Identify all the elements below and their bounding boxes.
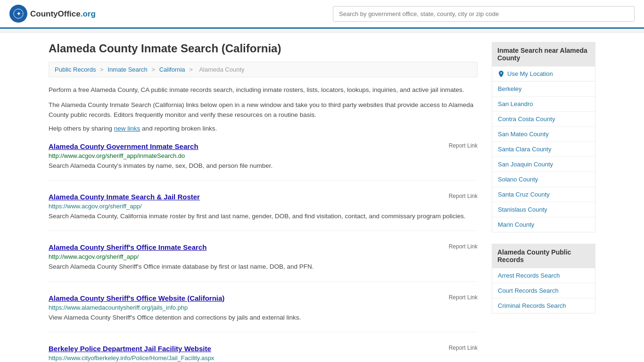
svg-text:✦: ✦	[17, 11, 21, 16]
result-desc-0: Search Alameda County's inmates by name,…	[49, 161, 478, 171]
sidebar-item-marin: Marin County	[492, 217, 595, 232]
sidebar-records-list: Arrest Records Search Court Records Sear…	[492, 268, 595, 313]
result-item-3: Alameda County Sheriff's Office Website …	[49, 294, 478, 332]
result-title-0[interactable]: Alameda County Government Inmate Search	[49, 142, 198, 150]
sidebar-item-criminal: Criminal Records Search	[492, 298, 595, 313]
description-1: Perform a free Alameda County, CA public…	[49, 85, 478, 95]
sidebar-item-san-joaquin: San Joaquin County	[492, 157, 595, 172]
sidebar-link-san-mateo[interactable]: San Mateo County	[492, 127, 595, 141]
result-url-1[interactable]: https://www.acgov.org/sheriff_app/	[49, 203, 478, 210]
report-link-3[interactable]: Report Link	[449, 294, 478, 301]
result-title-3[interactable]: Alameda County Sheriff's Office Website …	[49, 294, 224, 302]
logo-org-text: .org	[81, 9, 96, 18]
sidebar-section1-header: Inmate Search near Alameda County	[492, 42, 595, 66]
breadcrumb-california[interactable]: California	[159, 66, 185, 73]
result-header-0: Alameda County Government Inmate Search …	[49, 142, 478, 150]
report-link-1[interactable]: Report Link	[449, 193, 478, 199]
logo-icon: ✦	[9, 5, 27, 23]
result-title-2[interactable]: Alameda County Sheriff's Office Inmate S…	[49, 243, 206, 251]
result-title-1[interactable]: Alameda County Inmate Search & Jail Rost…	[49, 193, 200, 201]
report-link-0[interactable]: Report Link	[449, 142, 478, 149]
breadcrumb-inmate-search[interactable]: Inmate Search	[107, 66, 148, 73]
search-bar	[333, 6, 635, 22]
use-location-label: Use My Location	[507, 70, 553, 77]
sidebar-item-san-leandro: San Leandro	[492, 97, 595, 112]
result-item-2: Alameda County Sheriff's Office Inmate S…	[49, 243, 478, 281]
top-nav-bar	[0, 29, 644, 33]
sidebar-item-santa-cruz: Santa Cruz County	[492, 187, 595, 202]
result-url-2[interactable]: http://www.acgov.org/sheriff_app/	[49, 253, 478, 260]
location-icon	[498, 71, 504, 77]
sidebar-records-section: Alameda County Public Records Arrest Rec…	[492, 244, 595, 313]
sidebar-link-santa-clara[interactable]: Santa Clara County	[492, 142, 595, 156]
logo-text: CountyOffice.org	[30, 9, 96, 19]
result-header-2: Alameda County Sheriff's Office Inmate S…	[49, 243, 478, 251]
content-area: Alameda County Inmate Search (California…	[49, 42, 478, 362]
share-text: Help others by sharing	[49, 125, 114, 132]
sidebar-link-berkeley[interactable]: Berkeley	[492, 82, 595, 96]
sidebar-item-court: Court Records Search	[492, 283, 595, 298]
sidebar-link-san-joaquin[interactable]: San Joaquin County	[492, 157, 595, 172]
sidebar-link-san-leandro[interactable]: San Leandro	[492, 97, 595, 111]
sidebar-item-stanislaus: Stanislaus County	[492, 202, 595, 217]
sidebar-link-court[interactable]: Court Records Search	[492, 283, 595, 298]
report-link-4[interactable]: Report Link	[449, 345, 478, 351]
sidebar-item-san-mateo: San Mateo County	[492, 127, 595, 142]
page-title: Alameda County Inmate Search (California…	[49, 42, 478, 55]
sidebar-item-contra-costa: Contra Costa County	[492, 112, 595, 127]
sidebar-link-criminal[interactable]: Criminal Records Search	[492, 298, 595, 313]
sidebar-nearby-list: Berkeley San Leandro Contra Costa County…	[492, 82, 595, 232]
sidebar-link-stanislaus[interactable]: Stanislaus County	[492, 202, 595, 217]
report-link-2[interactable]: Report Link	[449, 243, 478, 250]
site-header: ✦ CountyOffice.org	[0, 0, 644, 29]
sidebar: Inmate Search near Alameda County Use My…	[492, 42, 595, 362]
main-container: Alameda County Inmate Search (California…	[39, 33, 605, 362]
result-title-4[interactable]: Berkeley Police Department Jail Facility…	[49, 345, 211, 353]
result-desc-2: Search Alameda County Sheriff's Office i…	[49, 262, 478, 272]
result-header-1: Alameda County Inmate Search & Jail Rost…	[49, 193, 478, 201]
result-item-4: Berkeley Police Department Jail Facility…	[49, 345, 478, 362]
use-my-location[interactable]: Use My Location	[492, 66, 595, 82]
share-line: Help others by sharing new links and rep…	[49, 125, 478, 132]
result-header-4: Berkeley Police Department Jail Facility…	[49, 345, 478, 353]
result-url-4[interactable]: https://www.cityofberkeley.info/Police/H…	[49, 354, 478, 362]
description-2: The Alameda County Inmate Search (Califo…	[49, 100, 478, 120]
sidebar-link-arrest[interactable]: Arrest Records Search	[492, 268, 595, 283]
sidebar-link-contra-costa[interactable]: Contra Costa County	[492, 112, 595, 126]
search-input[interactable]	[333, 6, 635, 22]
sidebar-item-arrest: Arrest Records Search	[492, 268, 595, 283]
sidebar-item-berkeley: Berkeley	[492, 82, 595, 97]
breadcrumb-current: Alameda County	[199, 66, 244, 73]
sidebar-section2-header: Alameda County Public Records	[492, 244, 595, 268]
result-item-1: Alameda County Inmate Search & Jail Rost…	[49, 193, 478, 231]
sidebar-link-marin[interactable]: Marin County	[492, 217, 595, 232]
result-item-0: Alameda County Government Inmate Search …	[49, 142, 478, 181]
breadcrumb-public-records[interactable]: Public Records	[55, 66, 96, 73]
sidebar-item-solano: Solano County	[492, 172, 595, 187]
share-suffix: and reporting broken links.	[140, 125, 217, 132]
breadcrumb: Public Records > Inmate Search > Califor…	[49, 62, 478, 77]
sidebar-item-santa-clara: Santa Clara County	[492, 142, 595, 157]
breadcrumb-sep-3: >	[189, 66, 194, 73]
logo-area[interactable]: ✦ CountyOffice.org	[9, 5, 96, 23]
new-links-link[interactable]: new links	[114, 125, 140, 132]
result-url-3[interactable]: https://www.alamedacountysheriff.org/jai…	[49, 304, 478, 311]
breadcrumb-sep-1: >	[100, 66, 105, 73]
result-header-3: Alameda County Sheriff's Office Website …	[49, 294, 478, 302]
sidebar-link-solano[interactable]: Solano County	[492, 172, 595, 187]
logo-name-text: CountyOffice	[30, 9, 81, 18]
sidebar-nearby-section: Inmate Search near Alameda County Use My…	[492, 42, 595, 232]
result-desc-1: Search Alameda County, California inmate…	[49, 212, 478, 221]
breadcrumb-sep-2: >	[151, 66, 157, 73]
results-list: Alameda County Government Inmate Search …	[49, 142, 478, 362]
result-url-0[interactable]: http://www.acgov.org/sheriff_app/inmateS…	[49, 152, 478, 159]
result-desc-3: View Alameda County Sheriff's Office det…	[49, 313, 478, 322]
sidebar-link-santa-cruz[interactable]: Santa Cruz County	[492, 187, 595, 202]
